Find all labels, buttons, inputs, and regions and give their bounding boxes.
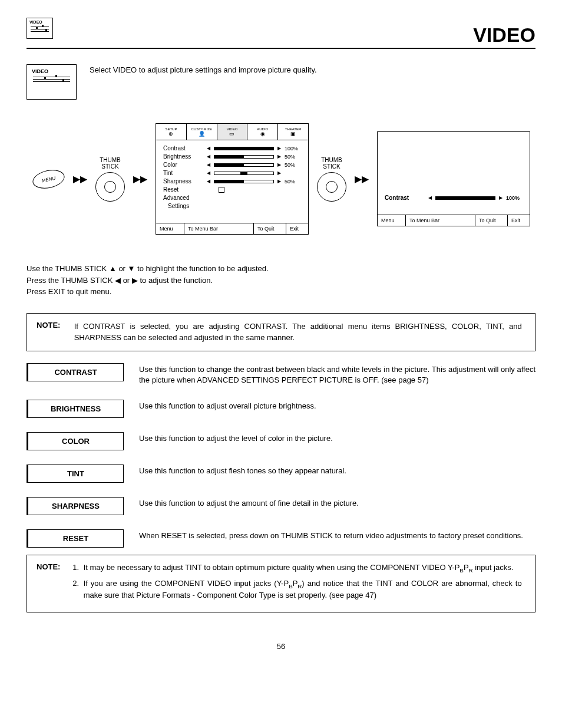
note-body: It may be necessary to adjust TINT to ob…	[74, 562, 522, 605]
osd-tab-audio: AUDIO◉	[247, 124, 278, 140]
arrow-icon: ▶▶	[355, 173, 369, 185]
osd-tab-customize: CUSTOMIZE👤	[187, 124, 217, 140]
func-desc: Use this function to adjust the level of…	[139, 432, 535, 444]
instructions: Use the THUMB STICK ▲ or ▼ to highlight …	[27, 263, 535, 298]
note2-item2: If you are using the COMPONENT VIDEO inp…	[81, 578, 522, 602]
note-label: NOTE:	[37, 321, 72, 330]
osd-footer: Menu To Menu Bar To Quit Exit	[156, 223, 308, 234]
intro-text: Select VIDEO to adjust picture settings …	[90, 64, 317, 74]
osd-row-advanced: Advanced	[163, 195, 302, 201]
large-icon-label: VIDEO	[32, 68, 71, 74]
func-row-tint: TINT Use this function to adjust flesh t…	[27, 465, 535, 483]
osd-row-tint: Tint ◀ ▶	[163, 170, 302, 176]
arrow-icon: ▶▶	[133, 173, 147, 185]
func-label: TINT	[27, 465, 124, 483]
func-label: RESET	[27, 529, 124, 548]
func-desc: Use this function to adjust flesh tones …	[139, 465, 535, 476]
note2-item1: It may be necessary to adjust TINT to ob…	[81, 562, 522, 575]
func-desc: Use this function to change the contrast…	[139, 363, 535, 386]
page-number: 56	[27, 642, 535, 651]
osd-row-reset: Reset	[163, 186, 302, 193]
page-title: VIDEO	[27, 24, 535, 49]
osd-row-brightness: Brightness ◀ ▶ 50%	[163, 153, 302, 160]
note-box-2: NOTE: It may be necessary to adjust TINT…	[27, 555, 535, 612]
arrow-icon: ▶▶	[73, 173, 87, 185]
func-desc: Use this function to adjust the amount o…	[139, 497, 535, 509]
osd-menu-box: SETUP⊕ CUSTOMIZE👤 VIDEO▭ AUDIO◉ THEATER▣…	[156, 123, 309, 235]
osd-detail-box: Contrast ◀ ▶ 100% Menu To Menu Bar To Qu…	[377, 131, 530, 226]
osd-tab-theater: THEATER▣	[278, 124, 308, 140]
func-row-color: COLOR Use this function to adjust the le…	[27, 432, 535, 450]
osd-tab-setup: SETUP⊕	[156, 124, 187, 140]
func-label: BRIGHTNESS	[27, 400, 124, 418]
osd-row-sharpness: Sharpness ◀ ▶ 50%	[163, 178, 302, 185]
osd-footer: Menu To Menu Bar To Quit Exit	[378, 215, 530, 226]
func-label: SHARPNESS	[27, 497, 124, 515]
osd-row-settings: Settings	[163, 203, 302, 209]
note-label: NOTE:	[37, 562, 72, 571]
note-body: If CONTRAST is selected, you are adjusti…	[74, 321, 522, 344]
func-row-contrast: CONTRAST Use this function to change the…	[27, 363, 535, 386]
thumbstick-graphic: THUMBSTICK	[317, 157, 346, 202]
video-large-icon: VIDEO	[27, 64, 77, 100]
osd-tab-video: VIDEO▭	[217, 124, 248, 140]
func-row-brightness: BRIGHTNESS Use this function to adjust o…	[27, 400, 535, 418]
osd-row-color: Color ◀ ▶ 50%	[163, 162, 302, 168]
osd-row-contrast: Contrast ◀ ▶ 100%	[163, 145, 302, 151]
func-row-reset: RESET When RESET is selected, press down…	[27, 529, 535, 548]
func-row-sharpness: SHARPNESS Use this function to adjust th…	[27, 497, 535, 515]
osd-diagram: MENU ▶▶ THUMBSTICK ▶▶ SETUP⊕ CUSTOMIZE👤 …	[32, 123, 535, 235]
func-label: COLOR	[27, 432, 124, 450]
note-box-1: NOTE: If CONTRAST is selected, you are a…	[27, 313, 535, 351]
thumbstick-graphic: THUMBSTICK	[95, 157, 125, 202]
func-desc: When RESET is selected, press down on TH…	[139, 529, 535, 541]
func-desc: Use this function to adjust overall pict…	[139, 400, 535, 411]
menu-button-graphic: MENU	[31, 167, 66, 191]
osd-detail-contrast: Contrast ◀ ▶ 100%	[385, 195, 524, 201]
func-label: CONTRAST	[27, 363, 124, 381]
